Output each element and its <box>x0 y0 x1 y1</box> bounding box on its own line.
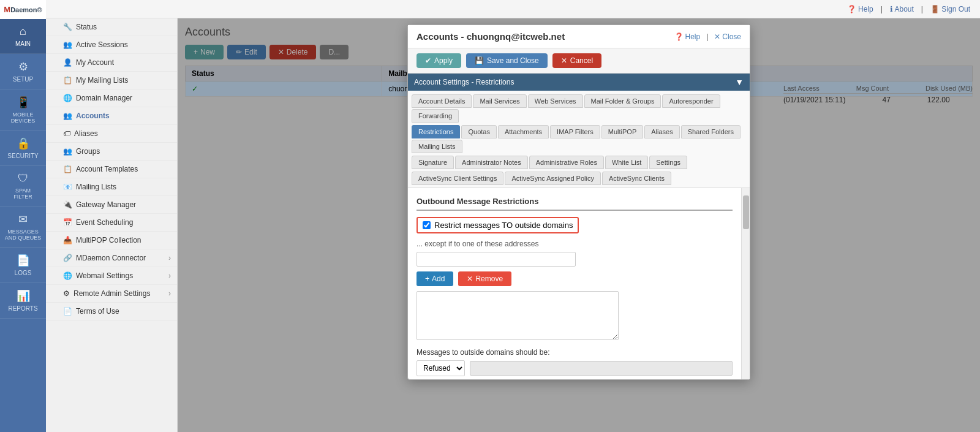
tab-signature[interactable]: Signature <box>412 156 454 169</box>
sidebar-item-mdaemon-connector[interactable]: 🔗 MDaemon Connector <box>46 249 177 267</box>
tab-forwarding[interactable]: Forwarding <box>412 109 459 123</box>
tab-attachments[interactable]: Attachments <box>498 125 549 138</box>
cancel-icon: ✕ <box>561 56 567 65</box>
sidebar-item-spam[interactable]: 🛡 SPAMFILTER <box>0 166 46 207</box>
sidebar-item-groups[interactable]: 👥 Groups <box>46 143 177 161</box>
sidebar-label-logs: LOGS <box>15 270 32 276</box>
remove-button[interactable]: ✕ Remove <box>458 271 511 286</box>
tab-account-details[interactable]: Account Details <box>412 94 472 108</box>
sidebar-item-domain-manager[interactable]: 🌐 Domain Manager <box>46 89 177 107</box>
modal-body: Outbound Message Restrictions Restrict m… <box>408 188 741 379</box>
modal-scrollbar[interactable] <box>741 188 750 379</box>
sidebar-item-reports[interactable]: 📊 REPORTS <box>0 283 46 319</box>
tab-multipop[interactable]: MultiPOP <box>601 125 643 138</box>
sidebar-item-account-templates[interactable]: 📋 Account Templates <box>46 161 177 178</box>
sidebar-item-remote-admin[interactable]: ⚙ Remote Admin Settings <box>46 285 177 303</box>
save-close-button[interactable]: 💾 Save and Close <box>466 53 548 68</box>
sidebar-item-multipop[interactable]: 📥 MultiPOP Collection <box>46 232 177 249</box>
sidebar-label-terms: Terms of Use <box>76 307 119 316</box>
tab-activesync-client-settings[interactable]: ActiveSync Client Settings <box>412 172 503 185</box>
sidebar-item-gateway-manager[interactable]: 🔌 Gateway Manager <box>46 196 177 214</box>
tab-web-services[interactable]: Web Services <box>528 94 583 108</box>
address-input[interactable] <box>417 252 576 267</box>
apply-button[interactable]: ✔ Apply <box>417 53 461 68</box>
sidebar-label-aliases: Aliases <box>74 129 98 138</box>
sidebar-label-setup: SETUP <box>13 76 33 83</box>
cancel-button[interactable]: ✕ Cancel <box>552 53 601 68</box>
except-label: ... except if to one of these addresses <box>417 240 733 248</box>
modal-section-header: Account Settings - Restrictions ▼ <box>408 74 750 91</box>
add-button[interactable]: + Add <box>417 271 453 286</box>
tab-mailing-lists[interactable]: Mailing Lists <box>412 140 462 153</box>
sidebar-label-account-templates: Account Templates <box>76 165 138 173</box>
modal-help-link[interactable]: ❓ Help <box>674 32 701 41</box>
tab-activesync-clients[interactable]: ActiveSync Clients <box>602 172 671 185</box>
message-text-input[interactable] <box>470 361 733 376</box>
logo-text: M <box>4 5 10 14</box>
tab-mail-services[interactable]: Mail Services <box>473 94 526 108</box>
status-icon: 🔧 <box>63 23 72 31</box>
sidebar-item-my-account[interactable]: 👤 My Account <box>46 54 177 72</box>
webmail-icon: 🌐 <box>63 271 72 280</box>
modal-body-wrapper: Outbound Message Restrictions Restrict m… <box>408 188 750 379</box>
restrict-checkbox-label: Restrict messages TO outside domains <box>434 221 573 230</box>
sidebar-item-mailing-lists[interactable]: 📧 Mailing Lists <box>46 178 177 196</box>
modal-title: Accounts - chuongnq@itcweb.net <box>417 31 565 42</box>
topbar: ❓ Help | ℹ About | 🚪 Sign Out <box>46 0 980 18</box>
main-area: ❓ Help | ℹ About | 🚪 Sign Out 🔧 Status 👥… <box>46 0 980 432</box>
messages-label: Messages to outside domains should be: <box>417 348 733 357</box>
sidebar-item-logs[interactable]: 📄 LOGS <box>0 248 46 283</box>
sidebar-item-accounts[interactable]: 👥 Accounts <box>46 107 177 125</box>
refused-dropdown[interactable]: Refused Queued Allowed <box>417 360 465 376</box>
tab-restrictions[interactable]: Restrictions <box>412 125 460 138</box>
logs-icon: 📄 <box>17 254 30 267</box>
tab-administrator-notes[interactable]: Administrator Notes <box>455 156 528 169</box>
sidebar-item-mobile[interactable]: 📱 MOBILEDEVICES <box>0 89 46 131</box>
tab-shared-folders[interactable]: Shared Folders <box>681 125 741 138</box>
sidebar-item-event-scheduling[interactable]: 📅 Event Scheduling <box>46 214 177 232</box>
topbar-help-link[interactable]: ❓ Help <box>847 5 873 13</box>
account-templates-icon: 📋 <box>63 165 72 173</box>
sidebar-item-setup[interactable]: ⚙ SETUP <box>0 54 46 89</box>
sidebar-item-security[interactable]: 🔒 SECURITY <box>0 131 46 166</box>
remote-admin-icon: ⚙ <box>63 289 70 298</box>
sidebar-item-terms-of-use[interactable]: 📄 Terms of Use <box>46 303 177 320</box>
left-sidebar: M Daemon® ⌂ MAIN ⚙ SETUP 📱 MOBILEDEVICES… <box>0 0 46 432</box>
sidebar-item-messages[interactable]: ✉ MESSAGESAND QUEUES <box>0 207 46 248</box>
modal-overlay: Accounts - chuongnq@itcweb.net ❓ Help | … <box>178 18 980 432</box>
sidebar-item-my-mailing-lists[interactable]: 📋 My Mailing Lists <box>46 72 177 89</box>
tab-row-2: Restrictions Quotas Attachments IMAP Fil… <box>412 125 746 153</box>
sidebar-item-aliases[interactable]: 🏷 Aliases <box>46 125 177 143</box>
tab-activesync-assigned-policy[interactable]: ActiveSync Assigned Policy <box>505 172 601 185</box>
spam-icon: 🛡 <box>18 172 29 185</box>
tab-aliases[interactable]: Aliases <box>644 125 679 138</box>
tab-quotas[interactable]: Quotas <box>461 125 496 138</box>
tab-settings[interactable]: Settings <box>649 156 687 169</box>
sidebar-label-webmail-settings: Webmail Settings <box>76 271 133 280</box>
tab-white-list[interactable]: White List <box>605 156 648 169</box>
tab-mail-folder-groups[interactable]: Mail Folder & Groups <box>584 94 662 108</box>
sidebar-item-active-sessions[interactable]: 👥 Active Sessions <box>46 36 177 54</box>
sidebar-label-remote-admin: Remote Admin Settings <box>74 289 150 298</box>
sidebar-label-security: SECURITY <box>7 153 39 159</box>
tab-administrative-roles[interactable]: Administrative Roles <box>529 156 604 169</box>
topbar-about-link[interactable]: ℹ About <box>890 5 914 13</box>
tab-autoresponder[interactable]: Autoresponder <box>662 94 720 108</box>
domain-icon: 🌐 <box>63 94 72 102</box>
address-list[interactable] <box>417 291 619 340</box>
plus-icon: + <box>425 275 429 283</box>
address-input-row <box>417 252 733 267</box>
restrict-checkbox[interactable] <box>423 221 431 229</box>
sidebar-item-status[interactable]: 🔧 Status <box>46 18 177 36</box>
modal-close-link[interactable]: ✕ Close <box>714 32 741 41</box>
topbar-signout-link[interactable]: 🚪 Sign Out <box>930 5 970 13</box>
chevron-down-icon[interactable]: ▼ <box>735 77 744 87</box>
tab-imap-filters[interactable]: IMAP Filters <box>550 125 600 138</box>
topbar-separator: | <box>881 5 883 13</box>
sidebar-label-active-sessions: Active Sessions <box>76 40 128 49</box>
sidebar-label-reports: REPORTS <box>8 305 37 312</box>
sidebar-item-main[interactable]: ⌂ MAIN <box>0 19 46 54</box>
sidebar-label-status: Status <box>76 23 97 31</box>
accounts-icon: 👥 <box>63 112 72 120</box>
sidebar-item-webmail-settings[interactable]: 🌐 Webmail Settings <box>46 267 177 285</box>
